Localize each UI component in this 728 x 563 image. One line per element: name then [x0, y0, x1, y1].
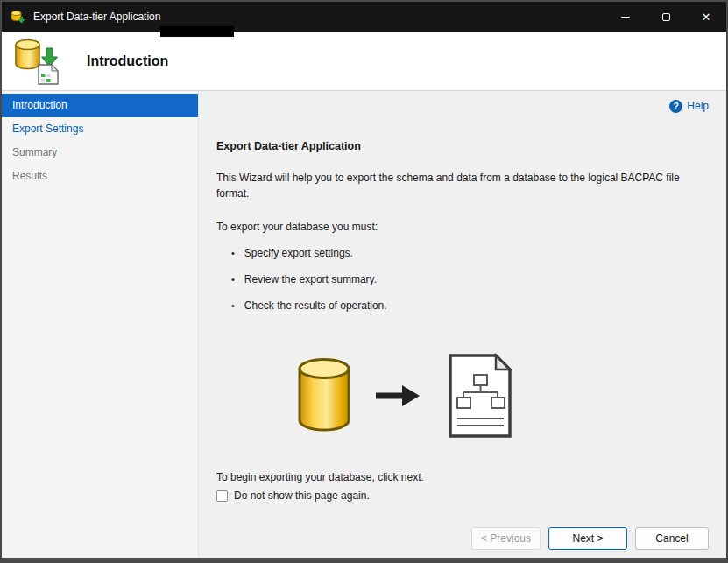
requirements-intro: To export your database you must: [216, 221, 709, 233]
help-label: Help [687, 100, 709, 112]
checkbox-icon[interactable] [216, 490, 228, 502]
wizard-steps-sidebar: Introduction Export Settings Summary Res… [2, 91, 199, 558]
wizard-header: Introduction [2, 32, 726, 91]
window-title: Export Data-tier Application [33, 11, 160, 23]
bullet-item: • Specify export settings. [216, 247, 709, 262]
help-link[interactable]: ? Help [216, 91, 709, 114]
sidebar-item-introduction[interactable]: Introduction [2, 94, 198, 117]
bullet-text: Check the results of operation. [244, 299, 387, 312]
body-row: Introduction Export Settings Summary Res… [2, 91, 726, 558]
title-bar: Export Data-tier Application ✕ [2, 2, 726, 32]
close-icon: ✕ [702, 11, 711, 23]
bullet-dot: • [231, 300, 235, 311]
dark-strip-decoration [160, 26, 234, 37]
close-button[interactable]: ✕ [686, 2, 726, 32]
checkbox-label: Do not show this page again. [234, 489, 370, 502]
main-panel: ? Help Export Data-tier Application This… [199, 91, 726, 558]
cancel-button[interactable]: Cancel [635, 527, 709, 550]
begin-text: To begin exporting your database, click … [216, 471, 709, 483]
content-heading: Export Data-tier Application [216, 140, 709, 152]
window-controls: ✕ [605, 2, 726, 32]
minimize-button[interactable] [605, 2, 646, 32]
app-icon [11, 10, 25, 25]
sidebar-item-export-settings[interactable]: Export Settings [2, 117, 198, 141]
next-button[interactable]: Next > [548, 527, 627, 550]
minimize-icon [621, 17, 630, 18]
help-icon: ? [669, 100, 682, 113]
bullet-text: Specify export settings. [244, 247, 353, 259]
bullet-item: • Check the results of operation. [216, 299, 709, 314]
bullet-item: • Review the export summary. [216, 273, 709, 288]
page-title: Introduction [87, 53, 168, 69]
bullet-text: Review the export summary. [244, 273, 377, 285]
arrow-right-icon [376, 382, 421, 413]
export-dac-icon [13, 38, 60, 85]
bacpac-document-icon [446, 352, 514, 443]
export-wizard-window: Export Data-tier Application ✕ [2, 2, 726, 558]
database-cylinder-icon [297, 357, 351, 438]
maximize-icon [662, 13, 670, 21]
dont-show-checkbox[interactable]: Do not show this page again. [216, 489, 709, 502]
export-illustration [297, 352, 709, 443]
description-text: This Wizard will help you to export the … [216, 170, 707, 201]
bullet-list: • Specify export settings. • Review the … [216, 247, 709, 326]
previous-button[interactable]: < Previous [471, 527, 541, 550]
sidebar-item-results: Results [2, 165, 198, 188]
footer-button-row: < Previous Next > Cancel [216, 527, 709, 558]
maximize-button[interactable] [646, 2, 686, 32]
bullet-dot: • [231, 248, 235, 258]
sidebar-item-summary: Summary [2, 141, 198, 165]
bullet-dot: • [231, 274, 235, 285]
